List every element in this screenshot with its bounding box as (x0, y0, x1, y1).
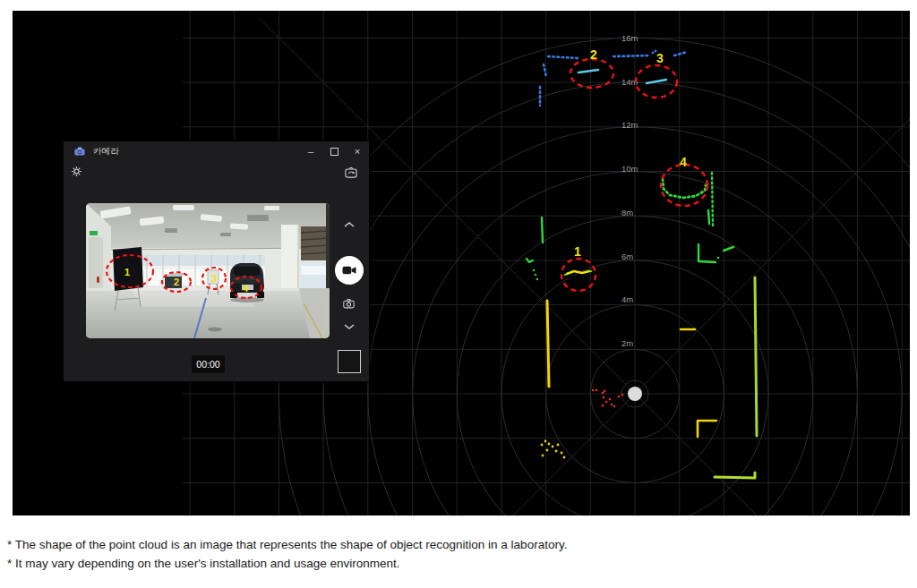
range-label: 6m (621, 251, 633, 261)
photo-camera-icon (343, 298, 355, 309)
green-left-column (542, 217, 543, 243)
object4-car-arc (663, 179, 706, 198)
camera-app-window: 카메라 – × (64, 141, 369, 381)
record-video-button[interactable] (335, 256, 364, 285)
range-label: 8m (621, 208, 633, 217)
green-right-L-dot (717, 257, 720, 260)
wall-blue-top-right (674, 52, 687, 55)
switch-camera-button[interactable] (345, 166, 357, 182)
exit-sign (90, 231, 98, 235)
chevron-up-icon (343, 221, 356, 228)
close-button[interactable]: × (346, 141, 369, 161)
footer-note-2: * It may vary depending on the user's in… (7, 554, 567, 573)
camera-titlebar: 카메라 – × (64, 141, 369, 161)
vf-detection-label-1: 1 (124, 267, 130, 277)
yellow-L (698, 421, 716, 437)
detection-label-1: 1 (574, 244, 581, 259)
camera-switch-icon (345, 166, 357, 178)
vf-detection-label-3: 3 (211, 273, 217, 284)
yellow-column-left (547, 301, 549, 387)
red-near-sensor (592, 389, 624, 408)
green-right-angled (724, 247, 733, 251)
wall-bottom (715, 473, 755, 478)
wall-blue-top-mid (613, 55, 650, 56)
wall-blue-top-left (548, 56, 578, 58)
range-label: 2m (621, 338, 633, 348)
vf-detection-label-4: 4 (243, 283, 249, 294)
point-clusters (527, 50, 757, 478)
right-slatted-structure (301, 226, 330, 260)
record-video-icon (342, 265, 356, 276)
window-title: 카메라 (93, 146, 119, 158)
gallery-thumbnail-button[interactable] (338, 350, 361, 373)
wall-right-long (755, 277, 757, 436)
object2-points (578, 70, 598, 72)
settings-button[interactable] (71, 165, 82, 181)
chevron-down-icon (343, 323, 356, 330)
settings-gear-icon (71, 166, 82, 177)
sensor-origin (628, 387, 642, 401)
minimize-button[interactable]: – (299, 141, 322, 161)
footer-note-1: * The shape of the point cloud is an ima… (7, 535, 567, 554)
take-photo-button[interactable] (343, 296, 355, 312)
yellow-scatter (541, 440, 566, 459)
green-column-right-of-car (712, 173, 713, 226)
camera-viewfinder: 1234 (86, 203, 330, 338)
green-right-L (698, 244, 716, 262)
chevron-down-button[interactable] (343, 318, 356, 334)
maximize-icon (330, 148, 339, 156)
detection-label-4: 4 (680, 155, 687, 169)
floor-mat (208, 328, 222, 332)
footer-notes: * The shape of the point cloud is an ima… (7, 535, 567, 573)
range-label: 4m (621, 294, 633, 304)
viewfinder-scene: 1234 (86, 203, 330, 338)
chevron-up-button[interactable] (343, 216, 356, 232)
fire-extinguisher (97, 277, 99, 283)
detection-label-2: 2 (590, 47, 597, 62)
range-label: 16m (621, 33, 638, 43)
range-label: 10m (621, 164, 638, 174)
recording-timer: 00:00 (192, 355, 225, 373)
green-right-dash (708, 210, 709, 224)
screenshot-stage: 16m14m12m10m8m6m4m2m1234 카메라 – × (0, 0, 917, 588)
green-left-dots (533, 269, 538, 280)
camera-app-icon (74, 147, 85, 156)
detection-circle-2 (570, 59, 613, 88)
detection-label-3: 3 (656, 51, 664, 65)
vf-detection-label-2: 2 (174, 277, 179, 287)
range-label: 12m (621, 120, 638, 130)
maximize-button[interactable] (322, 141, 346, 161)
detection-circle-4 (661, 165, 707, 206)
